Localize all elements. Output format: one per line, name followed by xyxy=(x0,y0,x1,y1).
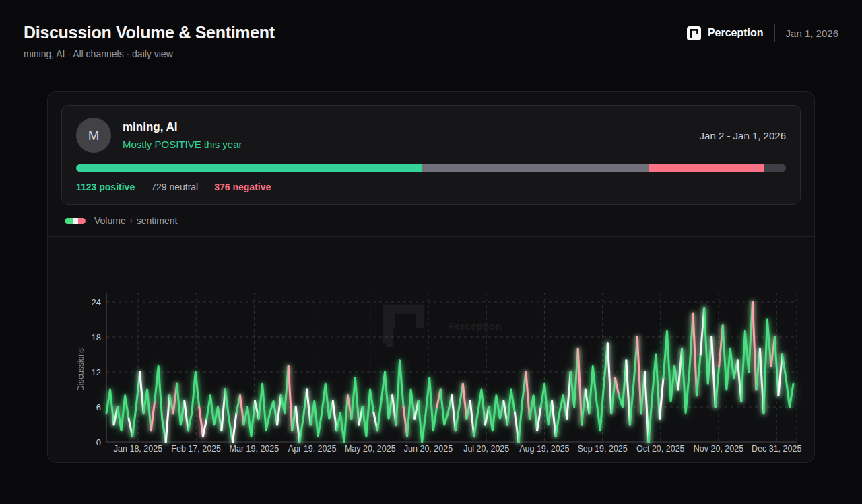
summary-top-row: M mining, AI Mostly POSITIVE this year J… xyxy=(76,118,786,153)
sentiment-bar xyxy=(76,164,786,172)
sentiment-line-segment xyxy=(207,396,222,431)
y-tick-label: 18 xyxy=(92,332,101,343)
summary-card: M mining, AI Mostly POSITIVE this year J… xyxy=(61,105,801,205)
sentiment-line-segment xyxy=(185,401,189,430)
y-tick-label: 24 xyxy=(92,297,101,308)
sentiment-line-segment xyxy=(225,390,232,442)
x-tick-label: Nov 20, 2025 xyxy=(694,444,743,454)
sentiment-line-segment xyxy=(337,396,348,442)
page-header: Discussion Volume & Sentiment mining, AI… xyxy=(0,0,862,59)
sentiment-line-segment xyxy=(752,302,756,390)
sentiment-line-segment xyxy=(630,337,637,425)
sentiment-line-segment xyxy=(259,384,277,430)
x-tick-label: Oct 20, 2025 xyxy=(636,444,685,454)
sentiment-line-segment xyxy=(281,366,288,412)
brand-area: Perception Jan 1, 2026 xyxy=(687,24,838,42)
sentiment-line-segment xyxy=(589,343,608,431)
x-tick-label: Sep 19, 2025 xyxy=(577,444,627,454)
chart-svg[interactable]: 06121824Jan 18, 2025Feb 17, 2025Mar 19, … xyxy=(61,237,802,462)
sentiment-line-segment xyxy=(526,372,530,419)
x-tick-label: Aug 19, 2025 xyxy=(519,444,569,454)
sentiment-line-segment xyxy=(352,378,359,425)
sentiment-line-segment xyxy=(537,407,541,431)
sentiment-line-segment xyxy=(697,355,701,396)
chart-legend: Volume + sentiment xyxy=(65,215,801,227)
volume-sentiment-chart[interactable]: 06121824Jan 18, 2025Feb 17, 2025Mar 19, … xyxy=(61,237,802,462)
page-subtitle: mining, AI · All channels · daily view xyxy=(24,48,275,59)
sentiment-line-segment xyxy=(151,401,155,430)
sentiment-line-segment xyxy=(489,396,504,431)
sentiment-line-segment xyxy=(166,396,170,442)
sentiment-line-segment xyxy=(570,349,578,407)
legend-swatch-segment xyxy=(78,218,86,224)
sentiment-line-segment xyxy=(530,396,537,431)
sentiment-line-segment xyxy=(362,390,374,436)
avatar: M xyxy=(76,118,111,153)
sentiment-line-segment xyxy=(452,396,456,431)
x-tick-label: Apr 19, 2025 xyxy=(288,444,337,454)
header-date: Jan 1, 2026 xyxy=(786,28,838,39)
sentiment-line-segment xyxy=(649,355,660,442)
sentiment-line-segment xyxy=(140,372,144,413)
sentiment-line-segment xyxy=(463,384,467,419)
sentiment-line-segment xyxy=(222,390,226,431)
sentiment-bar-segment-positive xyxy=(76,164,422,172)
stat-negative: 376 negative xyxy=(214,182,271,192)
legend-swatch-segment xyxy=(73,218,78,224)
sentiment-line-segment xyxy=(310,384,333,436)
sentiment-bar-segment-negative xyxy=(649,164,764,172)
sentiment-line-segment xyxy=(244,401,255,436)
sentiment-line-segment xyxy=(188,372,199,431)
sentiment-line-segment xyxy=(567,372,571,419)
summary-stats: 1123 positive 729 neutral 376 negative xyxy=(76,182,786,192)
sentiment-line-segment xyxy=(626,361,630,425)
sentiment-line-segment xyxy=(741,302,753,401)
sentiment-line-segment xyxy=(378,372,393,431)
stat-neutral: 729 neutral xyxy=(151,182,198,192)
sentiment-line-segment xyxy=(300,390,307,442)
stat-positive: 1123 positive xyxy=(76,182,135,192)
sentiment-line-segment xyxy=(508,390,515,425)
sentiment-line-segment xyxy=(764,320,771,413)
sentiment-line-segment xyxy=(474,390,486,436)
sentiment-line-segment xyxy=(637,337,641,413)
x-tick-label: Jun 20, 2025 xyxy=(404,444,453,454)
sentiment-line-segment xyxy=(578,349,582,425)
chart-section: 06121824Jan 18, 2025Feb 17, 2025Mar 19, … xyxy=(48,236,814,462)
brand-name: Perception xyxy=(708,27,764,39)
sentiment-line-segment xyxy=(470,401,474,436)
sentiment-line-segment xyxy=(607,343,611,413)
sentiment-line-segment xyxy=(778,355,783,396)
sentiment-line-segment xyxy=(233,413,237,442)
entity-name: mining, AI xyxy=(123,120,242,134)
sentiment-line-segment xyxy=(693,314,697,395)
sentiment-line-segment xyxy=(333,401,337,430)
sentiment-line-segment xyxy=(296,407,300,442)
summary-names: mining, AI Mostly POSITIVE this year xyxy=(123,120,242,150)
sentiment-summary: Mostly POSITIVE this year xyxy=(123,139,242,150)
sentiment-line-segment xyxy=(106,390,114,425)
sentiment-line-segment xyxy=(556,396,567,437)
sentiment-line-segment xyxy=(199,407,203,436)
sentiment-line-segment xyxy=(288,366,292,430)
sentiment-line-segment xyxy=(615,378,619,396)
sentiment-line-segment xyxy=(582,390,586,425)
sentiment-line-segment xyxy=(611,378,616,413)
sentiment-bar-segment-remainder xyxy=(764,164,786,172)
sentiment-line-segment xyxy=(663,331,678,401)
y-tick-label: 12 xyxy=(92,367,101,377)
legend-swatch-segment xyxy=(65,218,73,224)
header-divider xyxy=(24,71,838,71)
x-tick-label: Dec 31, 2025 xyxy=(752,444,801,454)
sentiment-line-segment xyxy=(723,326,737,390)
x-tick-label: Jul 20, 2025 xyxy=(463,444,509,454)
y-tick-label: 6 xyxy=(96,402,101,412)
sentiment-line-segment xyxy=(704,308,712,384)
sentiment-line-segment xyxy=(682,314,694,412)
sentiment-line-segment xyxy=(407,390,415,436)
x-tick-label: Mar 19, 2025 xyxy=(230,444,279,454)
header-left: Discussion Volume & Sentiment mining, AI… xyxy=(24,23,275,59)
header-separator xyxy=(774,24,775,42)
sentiment-line-segment xyxy=(552,401,556,436)
sentiment-line-segment xyxy=(143,390,151,431)
